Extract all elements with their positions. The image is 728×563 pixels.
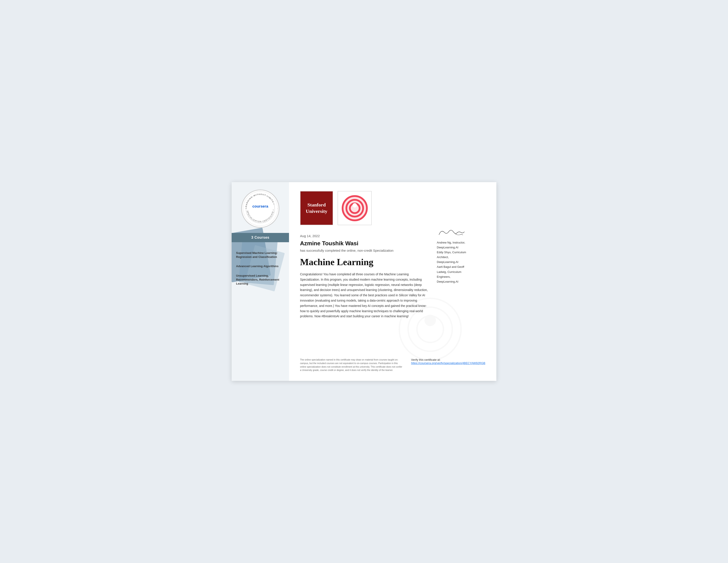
signature-svg bbox=[437, 227, 468, 238]
cert-description: Congratulations! You have completed all … bbox=[300, 272, 428, 319]
instructor-line3: Eddy Shyu, Curriculum bbox=[437, 250, 488, 255]
courses-count: 3 Courses bbox=[251, 235, 269, 239]
badge-svg: LEARNING WITHOUT LIMITS • SPECIALIZATION… bbox=[240, 189, 280, 228]
certificate-wrapper: LEARNING WITHOUT LIMITS • SPECIALIZATION… bbox=[232, 182, 496, 381]
svg-text:coursera: coursera bbox=[252, 204, 268, 208]
instructor-line5: DeepLearning.AI bbox=[437, 259, 488, 264]
instructor-line9: DeepLearning.AI bbox=[437, 279, 488, 284]
footer-area: The online specialization named in this … bbox=[300, 354, 485, 372]
instructor-line7: Ladwig, Curriculum bbox=[437, 269, 488, 274]
disclaimer-text: The online specialization named in this … bbox=[300, 358, 402, 372]
stanford-line1: Stanford bbox=[306, 202, 327, 208]
sidebar-course-1: Supervised Machine Learning: Regression … bbox=[236, 251, 285, 259]
instructor-line8: Engineers, bbox=[437, 274, 488, 279]
sidebar-course-3: Unsupervised Learning, Recommenders, Rei… bbox=[236, 274, 285, 286]
instructors-text: Andrew Ng, Instructor, DeepLearning.AI E… bbox=[437, 240, 488, 284]
signature-area: Andrew Ng, Instructor, DeepLearning.AI E… bbox=[437, 226, 488, 284]
instructor-line4: Architect, bbox=[437, 255, 488, 259]
main-content: Stanford University Aug 14, 2022 Azmine … bbox=[289, 182, 496, 381]
deeplearning-logo bbox=[338, 191, 372, 225]
signature-image bbox=[437, 226, 488, 238]
svg-point-13 bbox=[417, 316, 443, 343]
coursera-badge: LEARNING WITHOUT LIMITS • SPECIALIZATION… bbox=[240, 189, 280, 228]
stanford-line2: University bbox=[306, 208, 327, 214]
verify-link[interactable]: https://coursera.org/verify/specializati… bbox=[411, 362, 485, 365]
verify-label: Verify this certificate at: bbox=[411, 358, 485, 362]
sidebar-courses-list: Supervised Machine Learning: Regression … bbox=[232, 242, 289, 381]
courses-banner: 3 Courses bbox=[232, 233, 289, 242]
verify-area: Verify this certificate at: https://cour… bbox=[411, 358, 485, 365]
instructor-line2: DeepLearning.AI bbox=[437, 245, 488, 250]
instructor-line1: Andrew Ng, Instructor, bbox=[437, 240, 488, 245]
stanford-logo: Stanford University bbox=[300, 191, 333, 225]
sidebar: LEARNING WITHOUT LIMITS • SPECIALIZATION… bbox=[232, 182, 289, 381]
logos-row: Stanford University bbox=[300, 191, 485, 225]
right-panel: Andrew Ng, Instructor, DeepLearning.AI E… bbox=[437, 226, 488, 289]
sidebar-course-2: Advanced Learning Algorithms bbox=[236, 264, 285, 268]
deeplearning-svg bbox=[341, 195, 368, 221]
instructor-line6: Aarti Bagul and Geoff bbox=[437, 264, 488, 269]
svg-point-10 bbox=[353, 203, 357, 207]
